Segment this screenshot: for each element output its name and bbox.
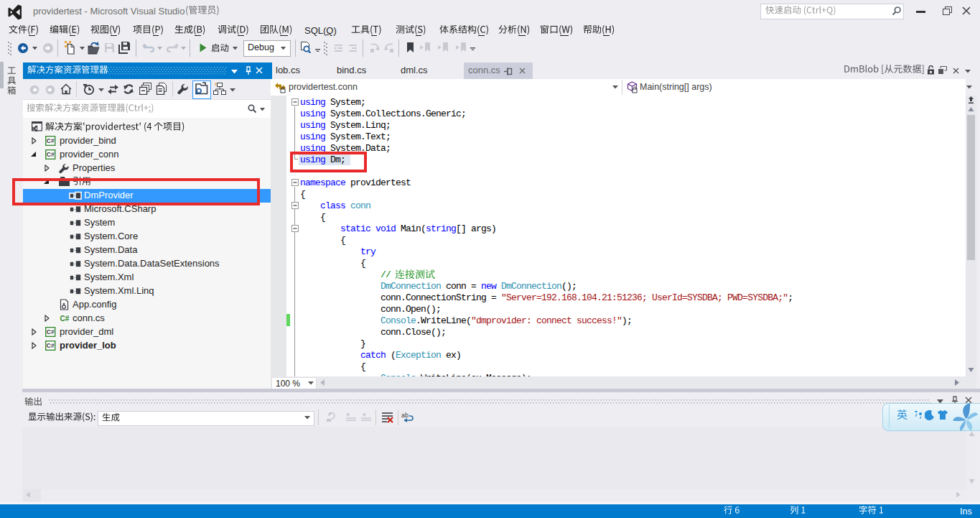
svg-text:ab: ab (401, 412, 409, 419)
